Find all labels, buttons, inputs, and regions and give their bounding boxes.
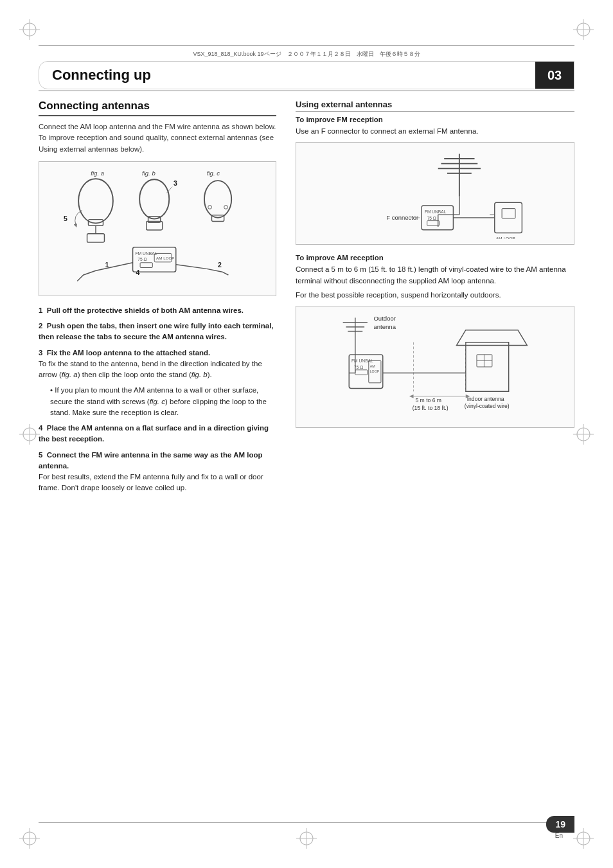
svg-rect-76 (355, 370, 368, 375)
am-outdoor-diagram: FM UNBAL 75 Ω AM LOOP Outdoor antenna (296, 306, 574, 428)
svg-text:AM LOOP: AM LOOP (156, 256, 174, 260)
svg-point-29 (139, 179, 169, 218)
fm-text: Use an F connector to connect an externa… (296, 126, 574, 137)
chapter-badge: 03 (535, 62, 574, 89)
svg-text:F connector: F connector (386, 214, 418, 221)
fm-antenna-diagram: FM UNBAL 75 Ω AM LOOP F connector (296, 142, 574, 245)
subsubsection-am-title: To improve AM reception (296, 254, 574, 261)
svg-text:LOOP: LOOP (370, 369, 380, 373)
main-content: Connecting antennas Connect the AM loop … (39, 100, 574, 817)
page-title: Connecting up (52, 67, 151, 84)
svg-marker-69 (456, 330, 527, 346)
svg-text:5 m to 6 m: 5 m to 6 m (415, 397, 441, 403)
step-2: 2 Push open the tabs, then insert one wi… (39, 321, 276, 343)
am-text2: For the best possible reception, suspend… (296, 290, 574, 301)
svg-text:fig. b: fig. b (142, 170, 155, 177)
svg-text:75 Ω: 75 Ω (427, 216, 436, 220)
section-intro: Connect the AM loop antenna and the FM w… (39, 121, 276, 155)
svg-text:AM: AM (370, 364, 375, 368)
svg-text:AM LOOP: AM LOOP (496, 236, 516, 239)
svg-text:Indoor antenna: Indoor antenna (467, 396, 504, 402)
section-title-antennas: Connecting antennas (39, 100, 276, 116)
subsection-title-external: Using external antennas (296, 100, 574, 112)
svg-rect-27 (87, 233, 105, 242)
am-diagram-svg: FM UNBAL 75 Ω AM LOOP Outdoor antenna (301, 312, 569, 422)
svg-line-44 (96, 263, 133, 270)
svg-text:75 Ω: 75 Ω (138, 257, 147, 261)
header-title-wrap: Connecting up (39, 62, 535, 89)
svg-text:(15 ft. to 18 ft.): (15 ft. to 18 ft.) (413, 405, 449, 411)
fm-diagram-svg: FM UNBAL 75 Ω AM LOOP F connector (301, 148, 569, 239)
antenna-diagram: fig. a fig. b fig. c 5 3 (39, 161, 276, 296)
svg-line-46 (176, 264, 207, 269)
subsubsection-fm-title: To improve FM reception (296, 116, 574, 123)
right-column: Using external antennas To improve FM re… (296, 100, 574, 817)
svg-point-37 (224, 205, 228, 209)
svg-text:fig. a: fig. a (91, 170, 104, 177)
page-number-badge: 19 (546, 816, 574, 833)
step-5: 5 Connect the FM wire antenna in the sam… (39, 450, 276, 494)
svg-text:fig. c: fig. c (207, 170, 220, 177)
header-underline (39, 90, 574, 91)
svg-text:3: 3 (173, 179, 177, 187)
svg-text:antenna: antenna (373, 323, 396, 330)
step-1: 1 Pull off the protective shields of bot… (39, 305, 276, 316)
step-4: 4 Place the AM antenna on a flat surface… (39, 423, 276, 445)
page-lang: En (555, 832, 563, 839)
header-row: Connecting up 03 (39, 61, 574, 89)
step-3: 3 Fix the AM loop antenna to the attache… (39, 348, 276, 381)
svg-text:FM UNBAL: FM UNBAL (135, 251, 157, 256)
am-text: Connect a 5 m to 6 m (15 ft. to 18 ft.) … (296, 264, 574, 287)
svg-rect-62 (502, 209, 515, 218)
svg-text:5: 5 (64, 215, 67, 222)
svg-text:4: 4 (136, 269, 139, 276)
svg-marker-96 (409, 394, 414, 398)
bottom-rule (39, 822, 574, 823)
top-rule (39, 45, 574, 46)
antenna-diagram-svg: fig. a fig. b fig. c 5 3 (44, 167, 271, 290)
svg-rect-60 (427, 221, 440, 226)
svg-text:Outdoor: Outdoor (373, 315, 396, 322)
svg-point-34 (204, 181, 231, 218)
step-3-bullet: • If you plan to mount the AM antenna to… (39, 385, 276, 418)
left-column: Connecting antennas Connect the AM loop … (39, 100, 276, 817)
svg-text:(vinyl-coated wire): (vinyl-coated wire) (465, 403, 510, 409)
svg-text:1: 1 (105, 261, 109, 269)
svg-point-36 (208, 205, 212, 209)
svg-text:2: 2 (218, 261, 222, 269)
svg-rect-61 (495, 202, 522, 233)
svg-text:FM UNBAL: FM UNBAL (425, 209, 447, 214)
svg-rect-41 (140, 263, 152, 268)
info-strip: VSX_918_818_KU.book 19ページ ２００７年１１月２８日 水曜… (39, 50, 574, 58)
svg-point-24 (78, 179, 113, 223)
